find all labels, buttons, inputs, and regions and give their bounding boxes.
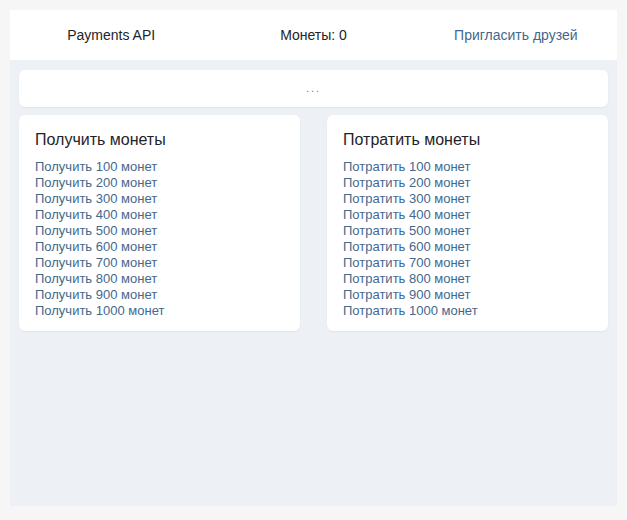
get-coins-link-100[interactable]: Получить 100 монет bbox=[35, 159, 284, 175]
spend-coins-link-900[interactable]: Потратить 900 монет bbox=[343, 287, 592, 303]
coins-counter: Монеты: 0 bbox=[212, 27, 414, 43]
spend-coins-link-100[interactable]: Потратить 100 монет bbox=[343, 159, 592, 175]
spend-coins-card: Потратить монеты Потратить 100 монет Пот… bbox=[327, 115, 608, 331]
cards-row: Получить монеты Получить 100 монет Получ… bbox=[19, 115, 608, 331]
get-coins-link-900[interactable]: Получить 900 монет bbox=[35, 287, 284, 303]
header-bar: Payments API Монеты: 0 Пригласить друзей bbox=[10, 10, 617, 60]
header-app-title[interactable]: Payments API bbox=[10, 27, 212, 43]
ellipsis-text: ... bbox=[306, 83, 321, 94]
spend-coins-link-600[interactable]: Потратить 600 монет bbox=[343, 239, 592, 255]
app-container: Payments API Монеты: 0 Пригласить друзей… bbox=[10, 10, 617, 506]
get-coins-link-500[interactable]: Получить 500 монет bbox=[35, 223, 284, 239]
spend-coins-link-1000[interactable]: Потратить 1000 монет bbox=[343, 303, 592, 319]
get-coins-link-200[interactable]: Получить 200 монет bbox=[35, 175, 284, 191]
get-coins-title: Получить монеты bbox=[35, 130, 284, 150]
spend-coins-link-200[interactable]: Потратить 200 монет bbox=[343, 175, 592, 191]
get-coins-link-400[interactable]: Получить 400 монет bbox=[35, 207, 284, 223]
invite-friends-link[interactable]: Пригласить друзей bbox=[415, 27, 617, 43]
coins-value: 0 bbox=[339, 27, 347, 43]
get-coins-link-300[interactable]: Получить 300 монет bbox=[35, 191, 284, 207]
get-coins-link-600[interactable]: Получить 600 монет bbox=[35, 239, 284, 255]
get-coins-link-800[interactable]: Получить 800 монет bbox=[35, 271, 284, 287]
spend-coins-link-800[interactable]: Потратить 800 монет bbox=[343, 271, 592, 287]
content-area: ... Получить монеты Получить 100 монет П… bbox=[10, 70, 617, 331]
get-coins-card: Получить монеты Получить 100 монет Получ… bbox=[19, 115, 300, 331]
get-coins-link-1000[interactable]: Получить 1000 монет bbox=[35, 303, 284, 319]
spend-coins-link-300[interactable]: Потратить 300 монет bbox=[343, 191, 592, 207]
spend-coins-link-700[interactable]: Потратить 700 монет bbox=[343, 255, 592, 271]
coins-label: Монеты: bbox=[280, 27, 335, 43]
spend-coins-link-400[interactable]: Потратить 400 монет bbox=[343, 207, 592, 223]
spend-coins-link-500[interactable]: Потратить 500 монет bbox=[343, 223, 592, 239]
get-coins-link-700[interactable]: Получить 700 монет bbox=[35, 255, 284, 271]
loader-panel: ... bbox=[19, 70, 608, 107]
spend-coins-title: Потратить монеты bbox=[343, 130, 592, 150]
